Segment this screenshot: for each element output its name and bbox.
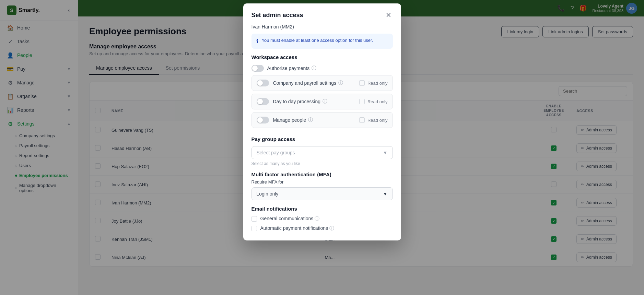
manage-people-readonly: Read only	[359, 117, 388, 123]
authorise-payments-label: Authorise payments ⓘ	[267, 65, 317, 71]
modal-alert: ℹ You must enable at least one access op…	[251, 34, 393, 49]
day-to-day-info-icon: ⓘ	[323, 98, 327, 105]
pay-group-dropdown[interactable]: Select pay groups ▼	[251, 146, 393, 159]
manage-people-row: Manage people ⓘ Read only	[251, 112, 393, 128]
day-to-day-readonly-checkbox[interactable]	[359, 99, 365, 104]
general-comms-info-icon: ⓘ	[315, 216, 319, 221]
workspace-section-title: Workspace access	[251, 54, 393, 60]
modal-header: Set admin access ✕	[243, 3, 401, 24]
company-payroll-toggle[interactable]	[257, 80, 269, 86]
day-to-day-label-group: Day to day processing ⓘ	[273, 98, 355, 105]
mfa-section: Multi factor authentication (MFA) Requir…	[243, 172, 401, 206]
company-payroll-readonly-label: Read only	[367, 81, 388, 86]
manage-people-readonly-checkbox[interactable]	[359, 117, 365, 123]
company-payroll-label-group: Company and payroll settings ⓘ	[273, 80, 355, 86]
authorise-payments-row: Authorise payments ⓘ	[251, 65, 393, 72]
info-icon: ℹ	[256, 38, 258, 45]
mfa-chevron-icon: ▼	[383, 191, 388, 197]
modal-close-button[interactable]: ✕	[384, 10, 393, 20]
modal-title: Set admin access	[251, 12, 303, 19]
company-payroll-info-icon: ⓘ	[338, 80, 343, 86]
company-payroll-readonly: Read only	[359, 80, 388, 86]
company-payroll-row: Company and payroll settings ⓘ Read only	[251, 75, 393, 91]
email-section: Email notifications General communicatio…	[243, 206, 401, 240]
general-comms-checkbox[interactable]	[251, 216, 257, 222]
admin-access-modal: Set admin access ✕ Ivan Harmon (MM2) ℹ Y…	[243, 3, 401, 240]
pay-group-hint: Select as many as you like	[251, 161, 393, 166]
auto-payment-checkbox[interactable]	[251, 226, 257, 231]
day-to-day-readonly-label: Read only	[367, 99, 388, 104]
mfa-require-label: Require MFA for	[251, 179, 393, 185]
company-payroll-text: Company and payroll settings	[273, 80, 336, 86]
manage-people-toggle[interactable]	[257, 117, 269, 123]
mfa-selected-value: Login only	[257, 191, 279, 197]
general-comms-row: General communications ⓘ	[251, 216, 393, 222]
company-payroll-readonly-checkbox[interactable]	[359, 80, 365, 86]
manage-people-text: Manage people	[273, 117, 306, 123]
manage-people-label-group: Manage people ⓘ	[273, 117, 355, 123]
mfa-title: Multi factor authentication (MFA)	[251, 172, 393, 177]
pay-group-placeholder: Select pay groups	[257, 150, 295, 155]
workspace-access-section: Workspace access Authorise payments ⓘ Co…	[243, 54, 401, 136]
modal-alert-text: You must enable at least one access opti…	[262, 38, 373, 43]
general-comms-text: General communications	[260, 216, 314, 221]
day-to-day-toggle[interactable]	[257, 98, 269, 105]
auto-payment-text: Automatic payment notifications	[260, 225, 328, 231]
auto-payment-row: Automatic payment notifications ⓘ	[251, 225, 393, 232]
email-title: Email notifications	[251, 206, 393, 212]
auto-payment-info-icon: ⓘ	[329, 225, 334, 231]
modal-overlay[interactable]: Set admin access ✕ Ivan Harmon (MM2) ℹ Y…	[0, 0, 644, 295]
pay-group-chevron-icon: ▼	[383, 150, 388, 155]
pay-group-title: Pay group access	[251, 136, 393, 142]
day-to-day-row: Day to day processing ⓘ Read only	[251, 94, 393, 109]
mfa-select[interactable]: Login only ▼	[251, 187, 393, 200]
modal-subtitle: Ivan Harmon (MM2)	[243, 24, 401, 34]
auto-payment-label: Automatic payment notifications ⓘ	[260, 225, 335, 232]
authorise-payments-text: Authorise payments	[267, 66, 310, 71]
pay-group-section: Pay group access Select pay groups ▼ Sel…	[243, 136, 401, 172]
general-comms-label: General communications ⓘ	[260, 216, 320, 222]
authorise-payments-toggle[interactable]	[251, 65, 264, 72]
day-to-day-text: Day to day processing	[273, 99, 321, 104]
authorise-info-icon: ⓘ	[312, 65, 316, 71]
manage-people-readonly-label: Read only	[367, 118, 388, 123]
manage-people-info-icon: ⓘ	[308, 117, 313, 123]
day-to-day-readonly: Read only	[359, 99, 388, 104]
